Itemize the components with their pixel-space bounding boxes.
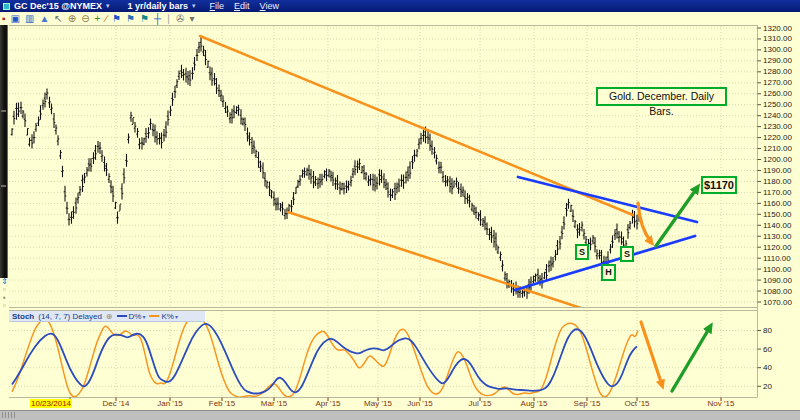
price-axis-label: 1310.00: [763, 34, 792, 43]
price-axis-label: 1300.00: [763, 45, 792, 54]
chart-toolbar: ▪▣▥▲↖⊕⊖+∕⚑⚑⚑┼∣✇▾: [0, 12, 800, 25]
resize-grip[interactable]: [2, 412, 16, 418]
crosshair-icon[interactable]: +: [95, 12, 101, 25]
rail-notch: [1, 110, 6, 112]
annotation-price-target[interactable]: $1170: [701, 176, 737, 194]
menu-view[interactable]: View: [260, 1, 279, 11]
pennant-lower-blue[interactable]: [515, 236, 695, 290]
panel-handle-icon[interactable]: ▫: [3, 286, 6, 293]
channel-lower-orange[interactable]: [288, 212, 584, 309]
zoom-out-icon[interactable]: ⊖: [81, 12, 89, 25]
stoch-study-label[interactable]: Stoch: [12, 312, 34, 321]
month-label: Jun '15: [407, 399, 433, 408]
price-axis-label: 1170.00: [763, 188, 791, 197]
zoom-in-icon[interactable]: ⊕: [68, 12, 76, 25]
symbol-caret-icon[interactable]: ▾: [106, 2, 110, 10]
app-icon[interactable]: [3, 3, 10, 10]
tools-icon[interactable]: ✇: [176, 12, 184, 25]
bottom-status-strip: [0, 410, 800, 420]
d-line-swatch: [117, 315, 127, 317]
price-axis-label: 1280.00: [763, 67, 792, 76]
stoch-down-arrow-orange[interactable]: [641, 322, 662, 385]
lock-icon[interactable]: ▪: [3, 294, 6, 301]
menu-file[interactable]: File: [210, 1, 225, 11]
annotation-left-shoulder[interactable]: S: [575, 244, 589, 260]
scroll-arrows-icon[interactable]: ⇕: [1, 278, 8, 285]
stoch-panel-header: Stoch (14, 7, 7) Delayed ⊕ D%▾ K%▾: [9, 311, 205, 322]
price-axis-label: 1110.00: [763, 254, 791, 263]
flag-icon-2[interactable]: ⚑: [126, 12, 135, 25]
price-axis-label: 1120.00: [763, 243, 791, 252]
close-icon[interactable]: ▪: [2, 12, 6, 25]
price-axis-label: 1230.00: [763, 122, 792, 131]
price-axis-label: 1070.00: [763, 298, 792, 307]
price-axis-label: 1090.00: [763, 276, 792, 285]
price-axis-label: 1220.00: [763, 133, 792, 142]
mountain-chart-icon[interactable]: ▲: [39, 12, 49, 25]
pin-icon[interactable]: ▫: [3, 302, 6, 309]
month-label: Aug '15: [521, 399, 548, 408]
legend-k[interactable]: K%▾: [149, 312, 177, 321]
price-axis-label: 1130.00: [763, 232, 791, 241]
pointer-tool-icon[interactable]: ↖: [54, 12, 62, 25]
start-date-stamp: 10/23/2014: [30, 399, 72, 408]
cursor-line-icon[interactable]: ┼: [154, 12, 161, 25]
divider-icon[interactable]: ∣: [166, 12, 171, 25]
flag-icon-1[interactable]: ⚑: [112, 12, 121, 25]
trendline-tool-icon[interactable]: ∕: [105, 12, 107, 25]
chart-canvas: [0, 0, 800, 420]
price-axis-label: 1160.00: [763, 199, 791, 208]
month-label: Apr '15: [315, 399, 340, 408]
symbol-selector[interactable]: GC Dec'15 @NYMEX: [14, 1, 102, 11]
price-axis-label: 1190.00: [763, 166, 791, 175]
price-axis-label: 1250.00: [763, 100, 792, 109]
month-label: Jul '15: [469, 399, 492, 408]
k-line-label: K%: [161, 312, 173, 321]
left-rail-icons: ⇕▫▪▫: [0, 278, 9, 309]
price-axis-label: 1080.00: [763, 287, 792, 296]
rail-notch: [1, 185, 6, 187]
d-line-label: D%: [129, 312, 142, 321]
menu-bar: FileEditView: [200, 1, 279, 11]
k-caret-icon[interactable]: ▾: [175, 314, 178, 320]
month-label: Sep '15: [574, 399, 601, 408]
stoch-params: (14, 7, 7) Delayed: [38, 312, 102, 321]
month-label: Nov '15: [708, 399, 735, 408]
flag-icon-3[interactable]: ⚑: [140, 12, 149, 25]
left-drag-rail[interactable]: [0, 25, 8, 278]
stoch-axis-label: 40: [763, 363, 772, 372]
d-caret-icon[interactable]: ▾: [142, 314, 145, 320]
stoch-up-arrow-green[interactable]: [672, 327, 710, 391]
stoch-line-D: [12, 324, 637, 394]
histogram-icon[interactable]: ▥: [25, 12, 34, 25]
axis-ticks: [758, 28, 762, 386]
price-axis-label: 1180.00: [763, 177, 791, 186]
stoch-axis-label: 20: [763, 382, 772, 391]
price-axis-label: 1100.00: [763, 265, 791, 274]
price-axis-label: 1270.00: [763, 78, 792, 87]
dropdown-arrow-icon[interactable]: ▾: [189, 12, 194, 25]
price-axis-label: 1290.00: [763, 56, 792, 65]
annotation-right-shoulder[interactable]: S: [620, 246, 634, 262]
month-label: Jan '15: [157, 399, 183, 408]
stoch-axis-label: 60: [763, 345, 772, 354]
menu-accelerator: F: [210, 1, 216, 11]
menu-accelerator: V: [260, 1, 266, 11]
legend-d[interactable]: D%▾: [117, 312, 146, 321]
gridlines: [9, 26, 757, 397]
month-label: Dec '14: [103, 399, 130, 408]
month-label: Oct '15: [624, 399, 649, 408]
month-label: Mar '15: [261, 399, 287, 408]
annotation-chart-title[interactable]: Gold. December. Daily Bars.: [596, 87, 727, 106]
menu-edit[interactable]: Edit: [234, 1, 250, 11]
interval-selector[interactable]: 1 yr/daily bars: [127, 1, 188, 11]
annotation-head[interactable]: H: [601, 264, 616, 281]
price-axis-label: 1240.00: [763, 111, 792, 120]
price-axis-label: 1200.00: [763, 155, 792, 164]
chart-window-icon[interactable]: ▣: [11, 12, 20, 25]
pane-borders: [9, 25, 758, 398]
pennant-upper-blue[interactable]: [518, 177, 697, 222]
price-axis-label: 1150.00: [763, 210, 791, 219]
stoch-axis-label: 80: [763, 326, 772, 335]
interval-caret-icon[interactable]: ▾: [192, 2, 196, 10]
